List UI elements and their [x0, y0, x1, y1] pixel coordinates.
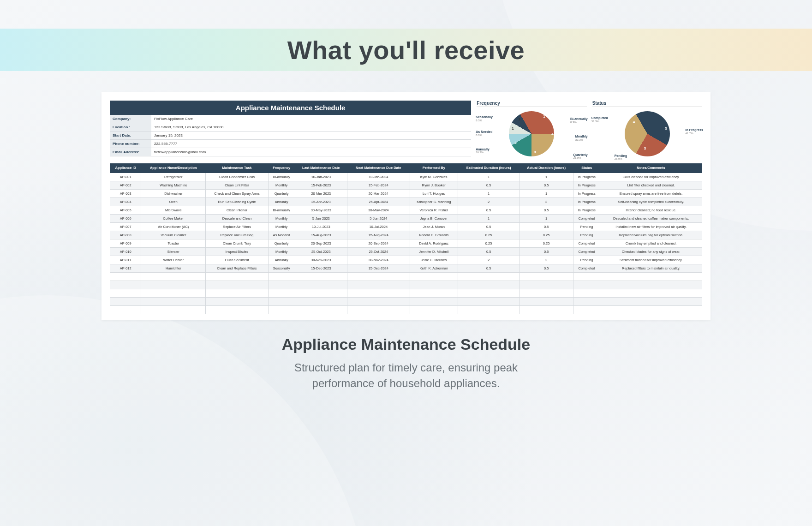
- meta-key: Location :: [110, 123, 151, 131]
- cell: Descale and Clean: [206, 214, 269, 222]
- cell: 15-Aug-2023: [295, 231, 347, 239]
- cell: AP-008: [110, 231, 141, 239]
- cell: Ensured spray arms are free from debris.: [600, 189, 702, 197]
- cell: Quarterly: [268, 239, 295, 247]
- cell: 20-Sep-2023: [295, 239, 347, 247]
- chart-label: Seasonally8.3%: [476, 115, 493, 122]
- cell: 1: [458, 214, 519, 222]
- cell: Completed: [573, 239, 600, 247]
- cell: 5-Jun-2024: [347, 214, 410, 222]
- cell: 2: [519, 256, 573, 264]
- cell: 0.5: [458, 247, 519, 256]
- caption-title: Appliance Maintenance Schedule: [0, 335, 812, 353]
- cell: 25-Oct-2024: [347, 247, 410, 256]
- seg-count: 1: [512, 126, 513, 131]
- cell: As Needed: [268, 231, 295, 239]
- cell: Ryan J. Booker: [410, 181, 458, 189]
- cell: Flush Sediment: [206, 256, 269, 264]
- cell: Crumb tray emptied and cleaned.: [600, 239, 702, 247]
- cell: Humidifier: [141, 264, 206, 272]
- table-row: AP-010BlenderInspect BladesMonthly25-Oct…: [110, 247, 702, 256]
- cell: AP-012: [110, 264, 141, 272]
- cell: Lint filter checked and cleaned.: [600, 181, 702, 189]
- cell: Clean Interior: [206, 206, 269, 214]
- cell: 30-May-2023: [295, 206, 347, 214]
- cell: Bi-annually: [268, 206, 295, 214]
- cell: 0.5: [458, 181, 519, 189]
- cell: 2: [519, 197, 573, 206]
- seg-count: 5: [665, 126, 667, 131]
- meta-key: Phone number:: [110, 140, 151, 148]
- cell: Annually: [268, 256, 295, 264]
- col-header: Maintenance Task: [206, 164, 269, 173]
- cell: 25-Oct-2023: [295, 247, 347, 256]
- cell: Coils cleaned for improved efficiency.: [600, 173, 702, 181]
- cell: 2: [458, 256, 519, 264]
- meta-row: Phone number:222-555-7777: [110, 140, 471, 148]
- cell: Bi-annually: [268, 173, 295, 181]
- cell: Quarterly: [268, 189, 295, 197]
- cell: Clean Crumb Tray: [206, 239, 269, 247]
- table-row: [110, 281, 702, 289]
- table-row: [110, 272, 702, 281]
- cell: Refrigerator: [141, 173, 206, 181]
- table-row: AP-003DishwasherCheck and Clean Spray Ar…: [110, 189, 702, 197]
- cell: 20-Mar-2023: [295, 189, 347, 197]
- cell: Descaled and cleaned coffee maker compon…: [600, 214, 702, 222]
- cell: Clean Condenser Coils: [206, 173, 269, 181]
- table-row: AP-009ToasterClean Crumb TrayQuarterly20…: [110, 239, 702, 247]
- chart-label: In Progress41.7%: [686, 128, 704, 135]
- cell: 15-Feb-2023: [295, 181, 347, 189]
- col-header: Performed By: [410, 164, 458, 173]
- chart-title: Frequency: [477, 101, 586, 106]
- cell: Jennifer D. Mitchell: [410, 247, 458, 256]
- cell: AP-002: [110, 181, 141, 189]
- chart-label: As Needed8.3%: [476, 130, 492, 137]
- cell: 2: [458, 197, 519, 206]
- template-preview-card: Appliance Maintenance Schedule Company:F…: [102, 92, 710, 320]
- cell: Clean and Replace Filters: [206, 264, 269, 272]
- cell: AP-006: [110, 214, 141, 222]
- meta-row: Location :123 Street, Street, Los Angele…: [110, 123, 471, 132]
- meta-value: FixFlow Appliance Care: [151, 115, 471, 123]
- cell: 15-Aug-2024: [347, 231, 410, 239]
- cell: 0.25: [519, 231, 573, 239]
- meta-key: Email Address:: [110, 148, 151, 156]
- cell: Replaced vacuum bag for optimal suction.: [600, 231, 702, 239]
- chart-title: Status: [592, 101, 702, 106]
- meta-row: Company:FixFlow Appliance Care: [110, 115, 471, 123]
- cell: AP-009: [110, 239, 141, 247]
- cell: 20-Sep-2024: [347, 239, 410, 247]
- cell: Seasonally: [268, 264, 295, 272]
- cell: Kyle M. Gonzales: [410, 173, 458, 181]
- cell: Veronica R. Fisher: [410, 206, 458, 214]
- meta-row: Start Date:January 15, 2023: [110, 132, 471, 140]
- cell: In Progress: [573, 197, 600, 206]
- cell: 1: [519, 189, 573, 197]
- cell: Replace Vacuum Bag: [206, 231, 269, 239]
- table-row: AP-002Washing MachineClean Lint FilterMo…: [110, 181, 702, 189]
- table-row: [110, 297, 702, 305]
- cell: 25-Apr-2024: [347, 197, 410, 206]
- frequency-chart: Frequency Bi-annually8.3% Monthly33.3% Q…: [477, 101, 586, 159]
- cell: Air Conditioner (AC): [141, 222, 206, 231]
- cell: Inspect Blades: [206, 247, 269, 256]
- cell: Replaced filters to maintain air quality…: [600, 264, 702, 272]
- cell: Annually: [268, 197, 295, 206]
- table-row: AP-008Vacuum CleanerReplace Vacuum BagAs…: [110, 231, 702, 239]
- meta-block: Appliance Maintenance Schedule Company:F…: [110, 101, 471, 159]
- cell: 5-Jun-2023: [295, 214, 347, 222]
- schedule-table: Appliance IDAppliance Name/DescriptionMa…: [110, 163, 702, 314]
- cell: Checked blades for any signs of wear.: [600, 247, 702, 256]
- cell: AP-005: [110, 206, 141, 214]
- seg-count: 4: [551, 132, 553, 136]
- cell: Completed: [573, 247, 600, 256]
- cell: Replace Air Filters: [206, 222, 269, 231]
- cell: 10-Jul-2023: [295, 222, 347, 231]
- cell: Jean J. Moran: [410, 222, 458, 231]
- cell: AP-007: [110, 222, 141, 231]
- table-row: AP-004OvenRun Self-Cleaning CycleAnnuall…: [110, 197, 702, 206]
- cell: Coffee Maker: [141, 214, 206, 222]
- cell: Blender: [141, 247, 206, 256]
- cell: Pending: [573, 231, 600, 239]
